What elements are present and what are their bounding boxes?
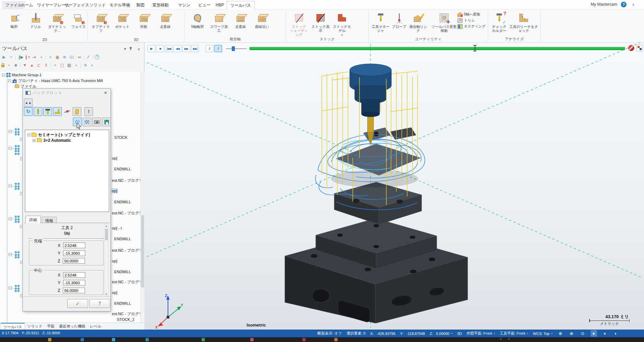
step-forward-button[interactable]: ▶▶	[182, 45, 190, 52]
bottom-tab-recent[interactable]: 最近使った機能	[57, 323, 88, 330]
machine-sim-icon[interactable]: ≡	[83, 63, 88, 68]
show-all-vectors-button[interactable]	[83, 118, 91, 126]
tree-operation-fragment[interactable]: op]	[112, 189, 117, 193]
taskbar-app-icon[interactable]	[112, 338, 115, 341]
taskbar-overflow-icon[interactable]: »	[500, 337, 502, 341]
tree-operation-fragment[interactable]: est.NC - プログラ	[112, 311, 143, 316]
cplane-dropdown-icon[interactable]: ▾	[494, 332, 495, 335]
pocket-button[interactable]: ポケット	[112, 11, 132, 35]
op-subgroup-row[interactable]: + 3+2 Automatic	[33, 138, 71, 143]
options-dropdown-icon[interactable]: ▾	[74, 64, 79, 67]
section-view-status[interactable]: 断面表示: オフ	[317, 331, 342, 336]
verify-icon[interactable]: ▣	[55, 55, 60, 59]
wcs-dropdown-icon[interactable]: ▾	[551, 332, 553, 335]
status-x[interactable]: X: -426.93795	[370, 332, 395, 336]
project-button[interactable]: 投影	[134, 11, 154, 35]
toolpath-group-icon[interactable]	[15, 251, 20, 258]
collapse-ribbon-icon[interactable]: ∧	[632, 3, 635, 6]
center-y-field[interactable]	[63, 280, 85, 286]
tree-vertical-scrollbar[interactable]	[140, 72, 144, 342]
tab-transform[interactable]: 変形移動	[149, 1, 172, 9]
toolpath-group-icon[interactable]	[15, 216, 20, 223]
display-tool-button[interactable]	[34, 107, 42, 116]
tree-operation-fragment[interactable]: op]	[112, 259, 117, 263]
wcs-globe-icon[interactable]: ⊕	[568, 330, 575, 337]
panel-pin-icon[interactable]	[129, 47, 132, 50]
timeline-cursor[interactable]	[473, 45, 477, 52]
tplane-status[interactable]: 工具平面: Front	[500, 331, 525, 336]
status-z[interactable]: Z: 0.00000	[430, 332, 449, 336]
toolpath-group-icon[interactable]	[15, 183, 20, 190]
expander-icon[interactable]: −	[2, 74, 5, 77]
tip-y-field[interactable]	[63, 250, 85, 256]
slider-thumb[interactable]	[232, 46, 235, 51]
display-holder-button[interactable]	[43, 107, 52, 116]
expander-icon[interactable]: −	[8, 79, 11, 82]
rotation-center-icon[interactable]: ⊙	[579, 330, 586, 337]
nesting-button[interactable]: ネスティング	[458, 24, 485, 29]
taskbar-app-icon[interactable]	[202, 338, 205, 341]
taskbar-app-icon[interactable]	[48, 338, 51, 341]
only-display-associative-icon[interactable]: ▢	[59, 63, 65, 68]
lock-icon[interactable]	[1, 65, 4, 67]
move-down-icon[interactable]: ▼	[22, 63, 28, 68]
tree-operation-fragment[interactable]: op] - t	[112, 226, 122, 230]
options-list-icon[interactable]: ▤	[67, 63, 72, 68]
play-button[interactable]: ▶	[147, 45, 155, 52]
toolpath-transform-button[interactable]: ツールパス変形移動	[430, 11, 458, 35]
op-group-row[interactable]: − セミオート(トップとサイド)	[27, 132, 90, 138]
info-tab[interactable]: 情報	[42, 217, 57, 223]
dialog-close-icon[interactable]: ×	[102, 90, 109, 95]
translucency-icon[interactable]: ◐	[613, 330, 619, 337]
gview-icon[interactable]: ⊕	[557, 330, 564, 337]
shading-off-icon[interactable]: ●	[602, 330, 608, 337]
center-x-field[interactable]	[63, 272, 85, 278]
display-insert-button[interactable]	[73, 107, 81, 116]
tree-operation-fragment[interactable]: est.NC - プログラ	[112, 211, 143, 216]
tab-view[interactable]: ビュー	[195, 1, 214, 9]
z-dropdown-icon[interactable]: ▾	[451, 332, 453, 335]
expander-icon[interactable]: +	[33, 139, 36, 142]
record-button[interactable]	[628, 45, 634, 51]
toggle-rotary-axis-button[interactable]: ↻	[24, 107, 33, 116]
tree-item-machine-group[interactable]: − Machine Group-1	[2, 73, 42, 77]
stock-model-dropdown-icon[interactable]: ▾	[341, 34, 343, 37]
trace-mode-button[interactable]: ⫽	[206, 45, 213, 52]
wcs-status[interactable]: WCS: Top	[533, 332, 549, 336]
stop-conditions-button[interactable]: !	[84, 107, 93, 116]
5axis-contour-button[interactable]: 5軸輪郭	[187, 11, 208, 35]
bottom-tab-solids[interactable]: ソリッド	[25, 323, 45, 330]
tree-operation-fragment[interactable]: STOCK_2	[117, 317, 134, 322]
tab-hbp[interactable]: HBP	[212, 1, 227, 9]
stock-model-button[interactable]: ストックモデル ▾	[332, 11, 352, 37]
help-icon[interactable]: ?	[621, 2, 627, 7]
tplane-dropdown-icon[interactable]: ▾	[527, 332, 528, 335]
convert-5axis-button[interactable]: 5軸へ変換	[458, 12, 485, 17]
bottom-tab-toolpaths[interactable]: ツールパス	[1, 323, 25, 330]
only-display-selected-icon[interactable]: ≈	[52, 63, 58, 68]
backplot-icon[interactable]: ≈	[48, 55, 53, 59]
display-rapid-moves-button[interactable]	[53, 107, 62, 116]
panel-dropdown-icon[interactable]: ▾	[124, 47, 126, 51]
capture-options-button[interactable]	[636, 45, 643, 51]
move-insert-icon[interactable]: ⊏	[36, 63, 42, 68]
expander-icon[interactable]: −	[27, 133, 30, 136]
tab-model-prep[interactable]: モデル準備	[106, 1, 133, 9]
toolpath-group-icon[interactable]	[15, 145, 20, 155]
taskbar-app-icon[interactable]	[145, 338, 149, 341]
dimension-mode[interactable]: 3D	[457, 332, 462, 336]
tree-operation-fragment[interactable]: op]	[112, 291, 117, 295]
contour-button[interactable]: 輪郭	[4, 11, 24, 35]
multiaxis-link-button[interactable]: 複合軸リンク	[408, 11, 429, 35]
move-up-icon[interactable]: ▲	[29, 63, 35, 68]
toolpath-group-icon[interactable]	[15, 285, 20, 292]
stock-display-button[interactable]: ストック表示	[310, 11, 331, 37]
tree-operation-fragment[interactable]: ENDMILL	[114, 301, 131, 305]
ok-button[interactable]: ✓	[67, 299, 88, 308]
tree-operation-fragment[interactable]: est.NC - プログラ	[112, 248, 143, 253]
tab-toolpaths[interactable]: ツールパス	[227, 1, 255, 9]
tree-operation-fragment[interactable]: ENDMILL	[114, 270, 131, 274]
select-all-ops-icon[interactable]: ▶	[1, 55, 7, 59]
tree-operation-fragment[interactable]: est.NC - プログラ	[112, 178, 143, 183]
section-view-icon[interactable]: ◐	[90, 63, 95, 68]
